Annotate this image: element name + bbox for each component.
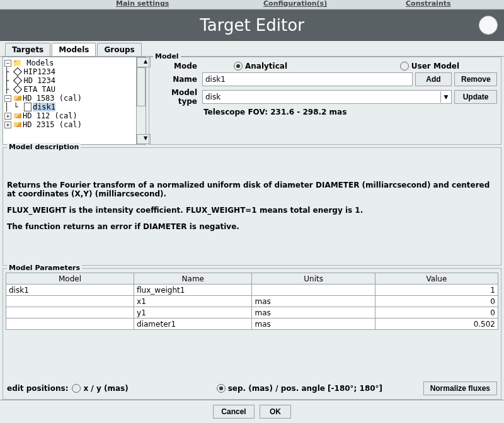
window-title: Target Editor	[200, 16, 304, 35]
tab-groups[interactable]: Groups	[97, 43, 141, 56]
mode-user-radio[interactable]: User Model	[400, 62, 459, 70]
chevron-down-icon[interactable]: ▼	[440, 91, 451, 103]
desc-text: The function returns an error if DIAMETE…	[7, 222, 497, 231]
tree-item[interactable]: HD 2315 (cal)	[23, 120, 82, 129]
editpos-sep-radio[interactable]: sep. (mas) / pos. angle [-180°; 180°]	[217, 384, 382, 393]
menu-main[interactable]: Main settings	[116, 0, 169, 8]
tree-item[interactable]: HD 1583 (cal)	[23, 94, 82, 103]
table-row[interactable]: y1mas0	[6, 307, 498, 319]
params-table: Model Name Units Value disk1flux_weight1…	[6, 273, 498, 330]
menu-config[interactable]: Configuration(s)	[263, 0, 327, 8]
tree-item[interactable]: HIP1234	[23, 67, 55, 76]
tree-item-selected[interactable]: disk1	[33, 103, 55, 111]
ok-button[interactable]: OK	[260, 405, 291, 419]
type-label: Model type	[153, 88, 202, 106]
model-type-select[interactable]: disk ▼	[202, 90, 452, 104]
cancel-button[interactable]: Cancel	[213, 405, 255, 419]
mode-analytical-radio[interactable]: Analytical	[234, 62, 287, 70]
name-label: Name	[153, 75, 202, 84]
fov-label: Telescope FOV: 231.6 - 298.2 mas	[203, 108, 346, 116]
col-name[interactable]: Name	[134, 273, 252, 285]
col-model[interactable]: Model	[6, 273, 134, 285]
model-tree[interactable]: –📁 Models ├ HIP1234 ├ HD 1234 ├ ETA TAU …	[3, 57, 146, 145]
desc-text: Returns the Fourier transform of a norma…	[7, 181, 497, 198]
model-legend: Model	[153, 52, 181, 60]
mode-label: Mode	[153, 62, 202, 70]
scroll-thumb[interactable]	[137, 67, 146, 106]
edit-positions-label: edit positions:	[7, 384, 68, 393]
update-button[interactable]: Update	[454, 90, 497, 104]
tree-item[interactable]: ETA TAU	[23, 85, 55, 94]
params-legend: Model Parameters	[7, 264, 82, 272]
tree-item[interactable]: HD 112 (cal)	[23, 111, 77, 120]
desc-text: FLUX_WEIGHT is the intensity coefficient…	[7, 206, 497, 215]
table-row[interactable]: x1mas0	[6, 296, 498, 307]
normalize-fluxes-button[interactable]: Normalize fluxes	[423, 381, 497, 395]
editpos-xy-radio[interactable]: x / y (mas)	[72, 384, 128, 393]
remove-button[interactable]: Remove	[454, 72, 497, 86]
tree-root[interactable]: Models	[26, 59, 54, 67]
tab-targets[interactable]: Targets	[5, 43, 50, 56]
table-row[interactable]: disk1flux_weight11	[6, 285, 498, 296]
tree-item[interactable]: HD 1234	[23, 76, 55, 85]
tree-scrollbar[interactable]: ▲ ▼	[136, 57, 146, 144]
add-button[interactable]: Add	[415, 72, 452, 86]
menu-constraints[interactable]: Constraints	[406, 0, 451, 8]
window-control-icon[interactable]	[479, 16, 498, 35]
col-value[interactable]: Value	[375, 273, 498, 285]
desc-legend: Model description	[7, 143, 81, 151]
name-input[interactable]	[202, 72, 413, 86]
col-units[interactable]: Units	[252, 273, 375, 285]
tab-models[interactable]: Models	[52, 43, 96, 56]
table-row[interactable]: diameter1mas0.502	[6, 319, 498, 330]
